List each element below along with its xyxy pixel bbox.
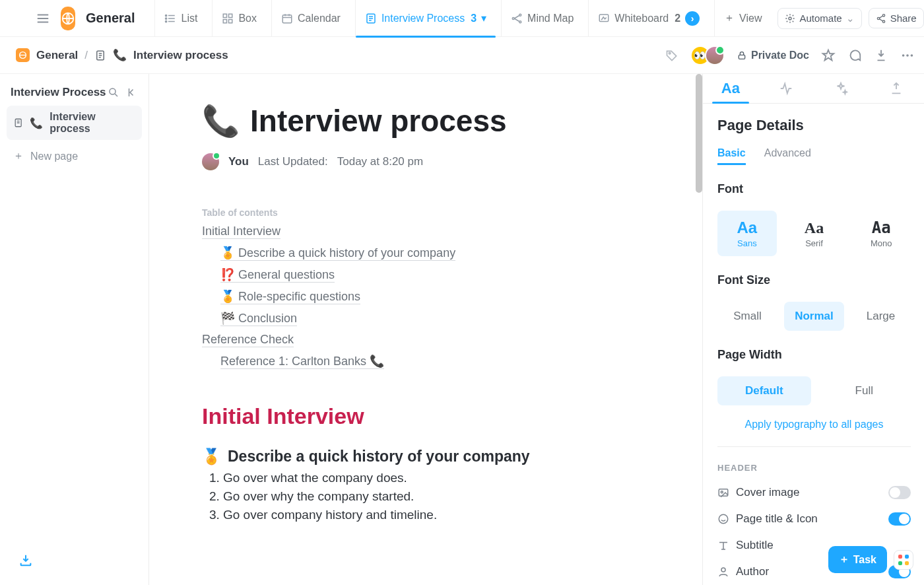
image-icon bbox=[717, 487, 729, 499]
page-title[interactable]: 📞 Interview process bbox=[202, 103, 649, 139]
author-avatar[interactable] bbox=[202, 153, 219, 170]
share-button[interactable]: Share bbox=[869, 8, 924, 28]
rtab-activity[interactable] bbox=[758, 74, 814, 103]
doc-area[interactable]: 📞 Interview process You Last Updated: To… bbox=[149, 74, 702, 585]
comment-icon[interactable] bbox=[847, 48, 862, 63]
rtab-typography[interactable]: Aa bbox=[703, 74, 758, 103]
list-item[interactable]: Go over why the company started. bbox=[223, 489, 649, 504]
view-add-label: View bbox=[739, 13, 762, 24]
right-panel-tabs: Aa bbox=[703, 74, 924, 104]
page-meta: You Last Updated: Today at 8:20 pm bbox=[202, 153, 649, 170]
apps-button[interactable] bbox=[894, 550, 913, 570]
workspace-logo[interactable] bbox=[61, 7, 75, 30]
subtab-basic[interactable]: Basic bbox=[717, 147, 746, 165]
toggle-cover[interactable] bbox=[888, 486, 911, 499]
svg-point-25 bbox=[110, 88, 116, 94]
import-icon[interactable] bbox=[18, 553, 33, 570]
menu-icon[interactable] bbox=[36, 11, 50, 26]
search-icon[interactable] bbox=[108, 86, 119, 98]
font-serif[interactable]: AaSerif bbox=[785, 211, 844, 256]
font-mono[interactable]: AaMono bbox=[851, 211, 911, 256]
private-doc[interactable]: Private Doc bbox=[737, 50, 809, 61]
breadcrumb-page-icon: 📞 bbox=[113, 48, 127, 62]
svg-point-3 bbox=[166, 20, 167, 22]
star-icon[interactable] bbox=[821, 48, 836, 63]
toc-reference-1[interactable]: Reference 1: Carlton Banks 📞 bbox=[220, 354, 384, 369]
expand-panel-icon[interactable] bbox=[149, 88, 702, 104]
toc-reference-check[interactable]: Reference Check bbox=[202, 333, 294, 347]
author-you: You bbox=[228, 155, 249, 168]
svg-rect-5 bbox=[229, 14, 232, 17]
rtab-export[interactable] bbox=[869, 74, 924, 103]
toc-role-q[interactable]: 🏅 Role-specific questions bbox=[220, 289, 360, 304]
divider bbox=[717, 446, 911, 447]
breadcrumb-page[interactable]: Interview process bbox=[133, 49, 228, 62]
size-large[interactable]: Large bbox=[851, 302, 911, 331]
svg-rect-21 bbox=[739, 55, 744, 59]
svg-point-29 bbox=[719, 514, 728, 524]
view-mindmap-label: Mind Map bbox=[527, 13, 574, 24]
download-icon[interactable] bbox=[874, 48, 888, 63]
width-full[interactable]: Full bbox=[818, 376, 911, 405]
leftnav-header: Interview Process bbox=[7, 83, 142, 102]
font-sans[interactable]: AaSans bbox=[717, 211, 777, 256]
caret-down-icon: ▾ bbox=[481, 12, 486, 24]
view-interview-process[interactable]: Interview Process 3 ▾ bbox=[355, 0, 496, 37]
heading-history[interactable]: 🏅 Describe a quick history of your compa… bbox=[202, 448, 649, 465]
view-whiteboard[interactable]: Whiteboard 2 › bbox=[588, 0, 709, 37]
width-default[interactable]: Default bbox=[717, 376, 811, 405]
fontsize-options: Small Normal Large bbox=[717, 302, 911, 331]
collapse-sidebar-icon[interactable] bbox=[126, 86, 138, 98]
svg-point-28 bbox=[721, 491, 723, 493]
view-add[interactable]: ＋ View bbox=[714, 0, 771, 37]
tag-icon[interactable] bbox=[665, 49, 678, 62]
subtab-advanced[interactable]: Advanced bbox=[764, 147, 811, 165]
leftnav-title: Interview Process bbox=[11, 86, 106, 99]
view-box[interactable]: Box bbox=[212, 0, 266, 37]
apply-all-link[interactable]: Apply typography to all pages bbox=[717, 419, 911, 430]
svg-rect-6 bbox=[224, 19, 227, 22]
task-button[interactable]: ＋ Task bbox=[828, 546, 887, 573]
doc-icon bbox=[94, 50, 106, 61]
plus-icon: ＋ bbox=[839, 553, 849, 567]
toc-conclusion[interactable]: 🏁 Conclusion bbox=[220, 311, 297, 326]
sidebar-new-page[interactable]: ＋ New page bbox=[7, 144, 142, 168]
avatar-2 bbox=[705, 46, 725, 65]
avatar-stack[interactable]: 👀 bbox=[690, 46, 725, 65]
view-whiteboard-badge: 2 bbox=[675, 13, 680, 24]
size-normal[interactable]: Normal bbox=[784, 302, 844, 331]
svg-point-23 bbox=[906, 54, 909, 57]
toc-history[interactable]: 🏅 Describe a quick history of your compa… bbox=[220, 246, 455, 261]
history-list[interactable]: Go over what the company does. Go over w… bbox=[202, 471, 649, 522]
sidebar-item-interview[interactable]: 📞 Interview process bbox=[7, 106, 142, 140]
doc-icon bbox=[13, 118, 23, 128]
size-small[interactable]: Small bbox=[717, 302, 777, 331]
workspace-small-icon[interactable] bbox=[16, 48, 30, 62]
breadcrumb-bar: General / 📞 Interview process 👀 Private … bbox=[0, 37, 924, 74]
share-label: Share bbox=[890, 13, 917, 24]
list-item[interactable]: Go over what the company does. bbox=[223, 471, 649, 485]
toggle-title-icon[interactable] bbox=[888, 512, 911, 526]
rtab-ai[interactable] bbox=[814, 74, 869, 103]
automate-button[interactable]: Automate ⌄ bbox=[777, 8, 861, 29]
apps-icon bbox=[898, 555, 909, 565]
sidebar-newpage-label: New page bbox=[30, 151, 78, 162]
details-subtabs: Basic Advanced bbox=[717, 147, 911, 165]
toc-initial-interview[interactable]: Initial Interview bbox=[202, 224, 280, 239]
page-details-title: Page Details bbox=[717, 117, 911, 134]
workspace-name[interactable]: General bbox=[86, 11, 135, 26]
toc-general-q[interactable]: ⁉️ General questions bbox=[220, 267, 335, 283]
heading-initial[interactable]: Initial Interview bbox=[202, 403, 649, 429]
view-mindmap[interactable]: Mind Map bbox=[501, 0, 583, 37]
more-icon[interactable] bbox=[900, 48, 915, 63]
pagewidth-options: Default Full bbox=[717, 376, 911, 405]
whiteboard-next-icon[interactable]: › bbox=[685, 11, 700, 26]
text-icon bbox=[717, 539, 729, 551]
view-list[interactable]: List bbox=[154, 0, 207, 37]
person-icon bbox=[717, 566, 729, 578]
view-calendar[interactable]: Calendar bbox=[271, 0, 350, 37]
breadcrumb-root[interactable]: General bbox=[36, 49, 78, 62]
list-item[interactable]: Go over company history and timeline. bbox=[223, 508, 649, 522]
page-title-text: Interview process bbox=[250, 103, 507, 139]
svg-point-10 bbox=[512, 17, 514, 19]
